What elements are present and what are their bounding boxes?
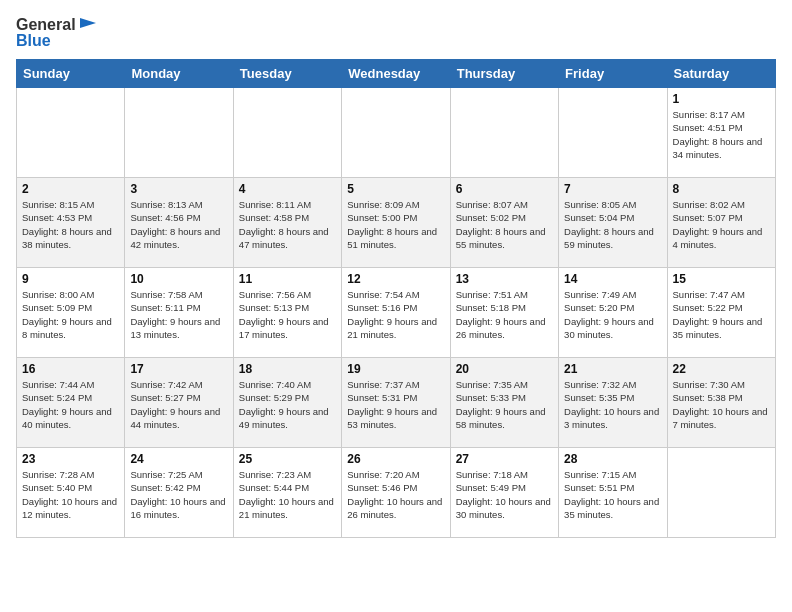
- calendar-cell: 26Sunrise: 7:20 AM Sunset: 5:46 PM Dayli…: [342, 448, 450, 538]
- calendar-header-row: SundayMondayTuesdayWednesdayThursdayFrid…: [17, 60, 776, 88]
- day-number: 20: [456, 362, 553, 376]
- calendar-table: SundayMondayTuesdayWednesdayThursdayFrid…: [16, 59, 776, 538]
- calendar-cell: 5Sunrise: 8:09 AM Sunset: 5:00 PM Daylig…: [342, 178, 450, 268]
- day-number: 22: [673, 362, 770, 376]
- logo: General Blue: [16, 16, 96, 49]
- calendar-cell: 10Sunrise: 7:58 AM Sunset: 5:11 PM Dayli…: [125, 268, 233, 358]
- day-number: 16: [22, 362, 119, 376]
- calendar-cell: 13Sunrise: 7:51 AM Sunset: 5:18 PM Dayli…: [450, 268, 558, 358]
- day-info: Sunrise: 7:30 AM Sunset: 5:38 PM Dayligh…: [673, 378, 770, 431]
- logo-blue: Blue: [16, 32, 96, 50]
- calendar-cell: 4Sunrise: 8:11 AM Sunset: 4:58 PM Daylig…: [233, 178, 341, 268]
- day-number: 14: [564, 272, 661, 286]
- calendar-week-3: 9Sunrise: 8:00 AM Sunset: 5:09 PM Daylig…: [17, 268, 776, 358]
- day-number: 1: [673, 92, 770, 106]
- day-number: 5: [347, 182, 444, 196]
- calendar-cell: [342, 88, 450, 178]
- calendar-week-2: 2Sunrise: 8:15 AM Sunset: 4:53 PM Daylig…: [17, 178, 776, 268]
- day-info: Sunrise: 7:32 AM Sunset: 5:35 PM Dayligh…: [564, 378, 661, 431]
- day-info: Sunrise: 8:17 AM Sunset: 4:51 PM Dayligh…: [673, 108, 770, 161]
- day-info: Sunrise: 7:23 AM Sunset: 5:44 PM Dayligh…: [239, 468, 336, 521]
- day-info: Sunrise: 8:13 AM Sunset: 4:56 PM Dayligh…: [130, 198, 227, 251]
- calendar-cell: 20Sunrise: 7:35 AM Sunset: 5:33 PM Dayli…: [450, 358, 558, 448]
- day-info: Sunrise: 8:05 AM Sunset: 5:04 PM Dayligh…: [564, 198, 661, 251]
- day-header-tuesday: Tuesday: [233, 60, 341, 88]
- day-number: 7: [564, 182, 661, 196]
- day-number: 21: [564, 362, 661, 376]
- day-info: Sunrise: 7:28 AM Sunset: 5:40 PM Dayligh…: [22, 468, 119, 521]
- day-number: 25: [239, 452, 336, 466]
- calendar-cell: 15Sunrise: 7:47 AM Sunset: 5:22 PM Dayli…: [667, 268, 775, 358]
- day-info: Sunrise: 7:20 AM Sunset: 5:46 PM Dayligh…: [347, 468, 444, 521]
- day-info: Sunrise: 7:18 AM Sunset: 5:49 PM Dayligh…: [456, 468, 553, 521]
- calendar-cell: 6Sunrise: 8:07 AM Sunset: 5:02 PM Daylig…: [450, 178, 558, 268]
- calendar-cell: 7Sunrise: 8:05 AM Sunset: 5:04 PM Daylig…: [559, 178, 667, 268]
- day-number: 9: [22, 272, 119, 286]
- day-header-sunday: Sunday: [17, 60, 125, 88]
- day-number: 23: [22, 452, 119, 466]
- day-info: Sunrise: 7:58 AM Sunset: 5:11 PM Dayligh…: [130, 288, 227, 341]
- calendar-cell: [17, 88, 125, 178]
- day-info: Sunrise: 8:11 AM Sunset: 4:58 PM Dayligh…: [239, 198, 336, 251]
- calendar-cell: 24Sunrise: 7:25 AM Sunset: 5:42 PM Dayli…: [125, 448, 233, 538]
- page-header: General Blue: [16, 16, 776, 49]
- day-header-wednesday: Wednesday: [342, 60, 450, 88]
- day-info: Sunrise: 7:47 AM Sunset: 5:22 PM Dayligh…: [673, 288, 770, 341]
- day-number: 11: [239, 272, 336, 286]
- day-info: Sunrise: 8:15 AM Sunset: 4:53 PM Dayligh…: [22, 198, 119, 251]
- day-info: Sunrise: 8:09 AM Sunset: 5:00 PM Dayligh…: [347, 198, 444, 251]
- day-number: 24: [130, 452, 227, 466]
- calendar-cell: 19Sunrise: 7:37 AM Sunset: 5:31 PM Dayli…: [342, 358, 450, 448]
- calendar-cell: [450, 88, 558, 178]
- calendar-cell: 27Sunrise: 7:18 AM Sunset: 5:49 PM Dayli…: [450, 448, 558, 538]
- logo-flag-icon: [78, 18, 96, 32]
- day-number: 17: [130, 362, 227, 376]
- day-number: 4: [239, 182, 336, 196]
- day-number: 27: [456, 452, 553, 466]
- calendar-cell: 3Sunrise: 8:13 AM Sunset: 4:56 PM Daylig…: [125, 178, 233, 268]
- day-header-friday: Friday: [559, 60, 667, 88]
- day-info: Sunrise: 7:25 AM Sunset: 5:42 PM Dayligh…: [130, 468, 227, 521]
- day-number: 26: [347, 452, 444, 466]
- day-info: Sunrise: 7:15 AM Sunset: 5:51 PM Dayligh…: [564, 468, 661, 521]
- day-info: Sunrise: 7:54 AM Sunset: 5:16 PM Dayligh…: [347, 288, 444, 341]
- day-info: Sunrise: 7:56 AM Sunset: 5:13 PM Dayligh…: [239, 288, 336, 341]
- svg-marker-0: [80, 18, 96, 28]
- day-info: Sunrise: 7:44 AM Sunset: 5:24 PM Dayligh…: [22, 378, 119, 431]
- calendar-cell: [559, 88, 667, 178]
- calendar-week-1: 1Sunrise: 8:17 AM Sunset: 4:51 PM Daylig…: [17, 88, 776, 178]
- calendar-cell: 17Sunrise: 7:42 AM Sunset: 5:27 PM Dayli…: [125, 358, 233, 448]
- calendar-cell: 16Sunrise: 7:44 AM Sunset: 5:24 PM Dayli…: [17, 358, 125, 448]
- calendar-cell: 2Sunrise: 8:15 AM Sunset: 4:53 PM Daylig…: [17, 178, 125, 268]
- calendar-cell: 8Sunrise: 8:02 AM Sunset: 5:07 PM Daylig…: [667, 178, 775, 268]
- day-info: Sunrise: 7:42 AM Sunset: 5:27 PM Dayligh…: [130, 378, 227, 431]
- calendar-cell: 28Sunrise: 7:15 AM Sunset: 5:51 PM Dayli…: [559, 448, 667, 538]
- day-info: Sunrise: 7:49 AM Sunset: 5:20 PM Dayligh…: [564, 288, 661, 341]
- day-info: Sunrise: 8:07 AM Sunset: 5:02 PM Dayligh…: [456, 198, 553, 251]
- day-info: Sunrise: 8:02 AM Sunset: 5:07 PM Dayligh…: [673, 198, 770, 251]
- calendar-cell: [125, 88, 233, 178]
- day-number: 12: [347, 272, 444, 286]
- calendar-cell: 18Sunrise: 7:40 AM Sunset: 5:29 PM Dayli…: [233, 358, 341, 448]
- day-info: Sunrise: 7:35 AM Sunset: 5:33 PM Dayligh…: [456, 378, 553, 431]
- calendar-cell: [667, 448, 775, 538]
- day-info: Sunrise: 8:00 AM Sunset: 5:09 PM Dayligh…: [22, 288, 119, 341]
- logo-wordmark: General Blue: [16, 16, 96, 49]
- day-info: Sunrise: 7:51 AM Sunset: 5:18 PM Dayligh…: [456, 288, 553, 341]
- day-number: 28: [564, 452, 661, 466]
- day-header-monday: Monday: [125, 60, 233, 88]
- day-number: 10: [130, 272, 227, 286]
- day-number: 6: [456, 182, 553, 196]
- day-info: Sunrise: 7:40 AM Sunset: 5:29 PM Dayligh…: [239, 378, 336, 431]
- day-info: Sunrise: 7:37 AM Sunset: 5:31 PM Dayligh…: [347, 378, 444, 431]
- day-number: 13: [456, 272, 553, 286]
- calendar-cell: 14Sunrise: 7:49 AM Sunset: 5:20 PM Dayli…: [559, 268, 667, 358]
- calendar-week-5: 23Sunrise: 7:28 AM Sunset: 5:40 PM Dayli…: [17, 448, 776, 538]
- day-header-thursday: Thursday: [450, 60, 558, 88]
- calendar-week-4: 16Sunrise: 7:44 AM Sunset: 5:24 PM Dayli…: [17, 358, 776, 448]
- calendar-cell: 25Sunrise: 7:23 AM Sunset: 5:44 PM Dayli…: [233, 448, 341, 538]
- day-number: 3: [130, 182, 227, 196]
- calendar-cell: 12Sunrise: 7:54 AM Sunset: 5:16 PM Dayli…: [342, 268, 450, 358]
- calendar-cell: 9Sunrise: 8:00 AM Sunset: 5:09 PM Daylig…: [17, 268, 125, 358]
- day-number: 8: [673, 182, 770, 196]
